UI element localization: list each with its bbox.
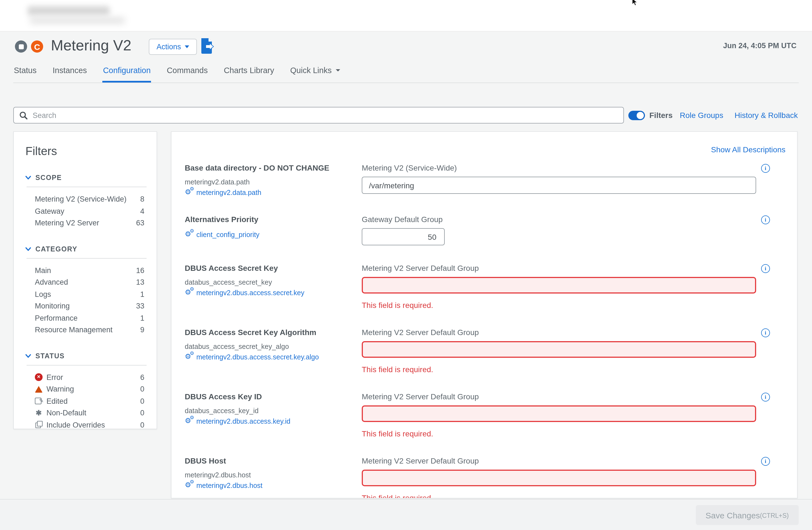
search-box[interactable] [13,107,624,124]
tab-quick-links-label: Quick Links [290,66,332,75]
timestamp: Jun 24, 4:05 PM UTC [723,42,797,50]
config-title: DBUS Access Secret Key Algorithm [185,328,362,337]
service-tabs: Status Instances Configuration Commands … [13,66,799,83]
save-changes-label: Save Changes [706,510,760,520]
filter-count: 0 [140,407,144,419]
filter-count: 1 [140,312,144,324]
status-filter-item-edited[interactable]: ✎ Edited 0 [24,395,147,407]
category-section-header[interactable]: CATEGORY [26,245,147,253]
tab-status[interactable]: Status [13,66,37,83]
role-groups-link[interactable]: Role Groups [680,111,723,120]
include-overrides-icon [35,421,43,429]
config-property-link[interactable]: meteringv2.data.path [197,189,261,197]
config-property-link[interactable]: meteringv2.dbus.access.key.id [197,418,290,425]
scope-section-label: SCOPE [35,174,62,182]
status-filter-item-include-overrides[interactable]: Include Overrides 0 [24,419,147,431]
config-title: DBUS Host [185,456,362,466]
mouse-cursor-icon [632,0,638,6]
export-client-config-icon[interactable] [199,37,217,55]
non-default-icon: ✱ [35,409,43,417]
status-filter-item-non-default[interactable]: ✱ Non-Default 0 [24,407,147,419]
config-title: DBUS Access Key ID [185,392,362,402]
tab-quick-links[interactable]: Quick Links [290,66,340,83]
save-changes-button[interactable]: Save Changes(CTRL+S) [696,505,799,525]
tab-configuration[interactable]: Configuration [102,66,151,83]
config-title: Base data directory - DO NOT CHANGE [185,163,362,173]
redacted-cluster-subtitle [30,17,125,24]
config-api-name: meteringv2.data.path [185,178,362,186]
required-field-message: This field is required. [362,365,784,374]
chevron-down-icon [26,176,31,180]
config-row-dbus-access-secret-key: DBUS Access Secret Key databus_access_se… [185,264,784,310]
scope-filter-item[interactable]: Metering V2 Server 63 [24,217,147,229]
filter-count: 0 [140,419,144,431]
filters-sidebar: Filters SCOPE Metering V2 (Service-Wide)… [13,131,157,429]
filter-count: 9 [140,324,144,336]
dbus-access-secret-key-input[interactable] [362,277,756,294]
info-icon[interactable]: i [761,164,770,173]
cogs-icon: ⚙⚙ [185,189,193,197]
search-input[interactable] [31,111,618,120]
config-scope-label: Gateway Default Group [362,215,784,224]
status-filter-item-error[interactable]: ✕ Error 6 [24,371,147,383]
category-filter-item[interactable]: Logs 1 [24,288,147,300]
category-filter-item[interactable]: Resource Management 9 [24,324,147,336]
config-api-name: meteringv2.dbus.host [185,471,362,479]
tab-instances[interactable]: Instances [52,66,87,83]
tab-charts-library[interactable]: Charts Library [223,66,275,83]
show-all-descriptions-link[interactable]: Show All Descriptions [711,145,785,154]
config-api-name: databus_access_secret_key_algo [185,343,362,351]
info-icon[interactable]: i [761,457,770,466]
status-filter-item-warning[interactable]: ! Warning 0 [24,383,147,395]
config-scope-label: Metering V2 (Service-Wide) [362,163,784,173]
caret-down-icon [335,69,340,71]
history-rollback-link[interactable]: History & Rollback [735,111,798,120]
divider [27,187,147,187]
scope-section: SCOPE Metering V2 (Service-Wide) 8 Gatew… [24,174,147,229]
save-footer: Save Changes(CTRL+S) [0,499,812,530]
config-property-link[interactable]: meteringv2.dbus.access.secret.key [197,289,304,297]
info-icon[interactable]: i [761,264,770,273]
category-filter-item[interactable]: Advanced 13 [24,276,147,288]
status-section-label: STATUS [35,352,65,360]
scope-section-header[interactable]: SCOPE [26,174,147,182]
filters-toggle-label: Filters [649,111,672,120]
status-section-header[interactable]: STATUS [26,352,147,360]
config-property-link[interactable]: meteringv2.dbus.host [197,482,262,490]
info-icon[interactable]: i [761,215,770,224]
required-field-message: This field is required. [362,301,784,310]
info-icon[interactable]: i [761,393,770,402]
config-property-link[interactable]: client_config_priority [197,231,259,239]
dbus-access-secret-key-algorithm-input[interactable] [362,341,756,358]
tab-commands[interactable]: Commands [166,66,208,83]
cloudera-service-icon: C [31,40,43,53]
config-title: DBUS Access Secret Key [185,264,362,273]
save-shortcut-label: (CTRL+S) [760,512,789,519]
config-panel: Show All Descriptions Base data director… [171,131,798,499]
search-icon [19,111,28,119]
config-scope-label: Metering V2 Server Default Group [362,456,784,466]
filters-sidebar-title: Filters [26,144,147,158]
warning-icon: ! [35,386,43,393]
filters-toggle[interactable] [628,111,645,120]
actions-button[interactable]: Actions [149,39,197,55]
alternatives-priority-input[interactable] [362,228,445,245]
scope-filter-item[interactable]: Metering V2 (Service-Wide) 8 [24,193,147,205]
category-section: CATEGORY Main 16 Advanced 13 Logs 1 Moni… [24,245,147,336]
config-property-link[interactable]: meteringv2.dbus.access.secret.key.algo [197,353,319,361]
config-row-dbus-access-key-id: DBUS Access Key ID databus_access_key_id… [185,392,784,438]
category-filter-item[interactable]: Performance 1 [24,312,147,324]
edited-icon: ✎ [35,398,43,405]
divider [27,258,147,259]
cogs-icon: ⚙⚙ [185,482,193,490]
info-icon[interactable]: i [761,329,770,337]
scope-filter-item[interactable]: Gateway 4 [24,205,147,217]
category-filter-item[interactable]: Main 16 [24,264,147,276]
dbus-host-input[interactable] [362,470,756,486]
redacted-cluster-name [28,6,110,15]
base-data-directory-input[interactable] [362,177,756,194]
category-filter-item[interactable]: Monitoring 33 [24,300,147,312]
dbus-access-key-id-input[interactable] [362,405,756,422]
cogs-icon: ⚙⚙ [185,289,193,297]
divider [27,365,147,365]
